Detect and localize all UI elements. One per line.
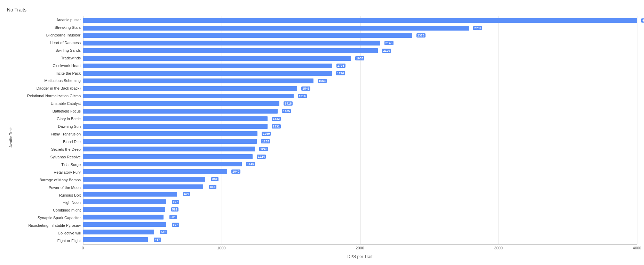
bar: 467: [83, 237, 148, 242]
bar-row: 1331: [83, 123, 637, 130]
y-label: Blightborne Infusion': [13, 31, 81, 39]
bar-row: 592: [83, 206, 637, 213]
bar: 1242: [83, 147, 255, 151]
bar-row: 1242: [83, 145, 637, 153]
bar: 592: [83, 207, 165, 212]
bar-row: 467: [83, 236, 637, 243]
bar-value-label: 679: [183, 192, 190, 196]
bar-row: 679: [83, 191, 637, 198]
bar: 2376: [83, 33, 412, 38]
y-label: Blood Rite: [13, 138, 81, 146]
bar-row: 2376: [83, 32, 637, 40]
y-label: Glory in Battle: [13, 115, 81, 123]
y-label: Meticulous Scheming: [13, 77, 81, 85]
bar-row: 2787: [83, 24, 637, 32]
bar-value-label: 1663: [318, 79, 327, 83]
y-label: Streaking Stars: [13, 24, 81, 31]
bar: 4006: [83, 18, 637, 23]
bar: 1519: [83, 94, 294, 99]
bar-value-label: 2787: [473, 26, 482, 30]
bar-value-label: 1418: [284, 101, 293, 106]
x-tick-label: 1000: [217, 246, 225, 250]
bar-value-label: 1519: [298, 94, 307, 98]
y-label: Incite the Pack: [13, 69, 81, 77]
bar-row: 512: [83, 228, 637, 236]
bar-row: 581: [83, 213, 637, 221]
bar-value-label: 512: [160, 230, 167, 234]
bar-value-label: 597: [172, 200, 179, 204]
y-label: Fight or Flight: [13, 237, 81, 245]
bar-value-label: 1935: [355, 56, 364, 60]
y-label: Swirling Sands: [13, 47, 81, 54]
y-label: Filthy Transfusion: [13, 130, 81, 138]
bar: 1331: [83, 124, 268, 129]
bar-value-label: 2129: [382, 49, 391, 53]
bar: 1260: [83, 131, 257, 136]
bar-row: 1798: [83, 62, 637, 70]
bar-value-label: 2376: [416, 33, 426, 38]
bar-row: 1146: [83, 160, 637, 168]
y-label: Collective will: [13, 229, 81, 237]
y-label: Tidal Surge: [13, 161, 81, 168]
bar: 1040: [83, 169, 227, 174]
bar-row: 1224: [83, 153, 637, 160]
bar-row: 2129: [83, 47, 637, 55]
bar-row: 866: [83, 183, 637, 191]
y-label: Power of the Moon: [13, 184, 81, 191]
y-label: Combined might: [13, 206, 81, 214]
x-axis-title: DPS per Trait: [83, 254, 637, 259]
bar-row: 1255: [83, 138, 637, 145]
bar-value-label: 467: [154, 238, 161, 242]
bar-row: 1546: [83, 85, 637, 92]
bar: 1935: [83, 56, 351, 61]
bar-value-label: 592: [171, 207, 178, 212]
bar: 679: [83, 192, 177, 197]
bar-row: 597: [83, 198, 637, 206]
bar-row: 1935: [83, 55, 637, 62]
bar-value-label: 882: [211, 177, 218, 181]
bar-value-label: 2145: [384, 41, 393, 45]
y-label: Clockwork Heart: [13, 62, 81, 69]
bar-row: 1260: [83, 130, 637, 138]
bar: 2145: [83, 41, 380, 45]
y-label: Arcanic pulsar: [13, 16, 81, 24]
bar-row: 4006: [83, 17, 637, 24]
bar: 1405: [83, 109, 278, 114]
bar-value-label: 1242: [259, 147, 268, 151]
x-tick-label: 3000: [494, 246, 503, 250]
bar-row: 1418: [83, 100, 637, 107]
bar-row: 597: [83, 221, 637, 229]
chart-title: No Traits: [7, 7, 637, 13]
bar: 512: [83, 230, 154, 234]
bar-value-label: 1331: [272, 124, 281, 129]
bar-row: 882: [83, 175, 637, 183]
grid-line: [637, 16, 637, 244]
y-label: Heart of Darkness: [13, 39, 81, 47]
bar-value-label: 1546: [301, 86, 310, 91]
y-label: Battlefield Focus: [13, 107, 81, 115]
bar-value-label: 1260: [262, 132, 271, 136]
bar-value-label: 1255: [261, 139, 270, 143]
bar-row: 1332: [83, 115, 637, 123]
bar: 1224: [83, 154, 253, 159]
bar-row: 1519: [83, 92, 637, 100]
bars-wrapper: 4006278723762145212919351798179616631546…: [83, 16, 637, 244]
y-label: Synaptic Spark Capacitor: [13, 214, 81, 222]
y-label: Dagger in the Back (back): [13, 84, 81, 92]
x-tick-label: 4000: [633, 246, 641, 250]
bar-value-label: 581: [169, 215, 177, 219]
bar-row: 1663: [83, 77, 637, 85]
bar-row: 1796: [83, 69, 637, 77]
bar: 1255: [83, 139, 257, 144]
bar-value-label: 1798: [336, 64, 345, 68]
bar: 866: [83, 184, 203, 189]
bar-value-label: 1332: [272, 117, 281, 121]
bar-row: 1040: [83, 168, 637, 175]
y-label: Retaliatory Fury: [13, 168, 81, 176]
bar: 1332: [83, 116, 268, 121]
y-axis-labels: Arcanic pulsarStreaking StarsBlightborne…: [13, 16, 83, 245]
bar-value-label: 597: [172, 223, 179, 227]
bar: 1798: [83, 64, 332, 68]
bar: 597: [83, 222, 166, 227]
bar-value-label: 1040: [231, 169, 240, 174]
